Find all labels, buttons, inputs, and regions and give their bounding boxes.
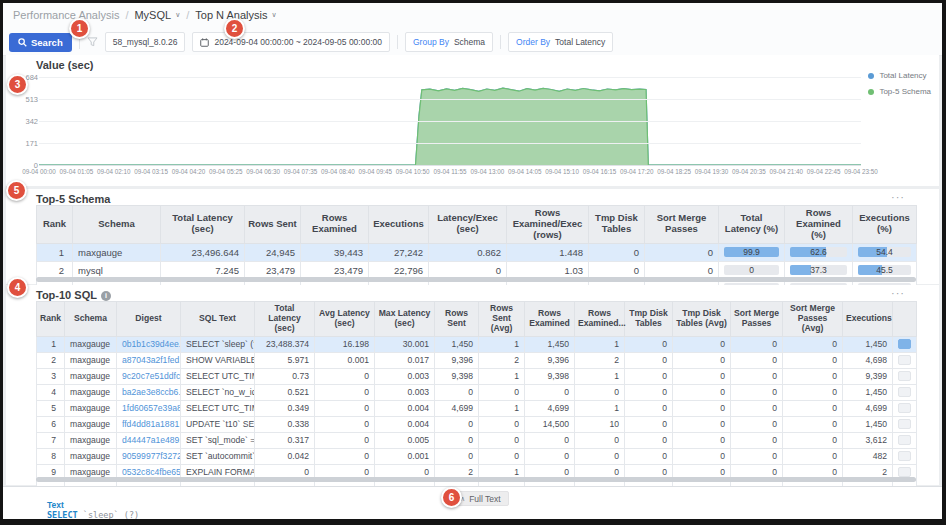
column-header[interactable]: Rows Examined: [301, 206, 369, 244]
percent-bar: 45.5: [858, 265, 911, 275]
legend-item[interactable]: Total Latency: [868, 71, 931, 80]
column-header[interactable]: Schema: [65, 302, 117, 337]
executions-pct-bar: [898, 339, 911, 349]
percent-cell: [893, 448, 917, 464]
column-header[interactable]: Executions (%): [853, 206, 917, 244]
digest-link[interactable]: ba2ae3e8ccb6...: [117, 384, 181, 400]
column-header[interactable]: Rows Sent: [435, 302, 479, 337]
column-header[interactable]: Sort Merge Passes: [645, 206, 719, 244]
cell: 0: [673, 400, 731, 416]
cell: 1.448: [507, 243, 589, 261]
percent-cell: 54.4: [853, 243, 917, 261]
column-header[interactable]: Rows Examined...: [575, 302, 625, 337]
sql-preview-text: SELECT `sleep` (?): [47, 510, 139, 520]
cell: maxgauge: [65, 448, 117, 464]
table-row[interactable]: 5maxgauge1fd60657e39a8...SELECT UTC_TIME…: [37, 400, 917, 416]
order-by-selector[interactable]: Order By Total Latency: [508, 32, 613, 52]
cell: 0.349: [255, 400, 315, 416]
column-header[interactable]: Total Latency (%): [719, 206, 785, 244]
digest-link[interactable]: a87043a2f1fed...: [117, 352, 181, 368]
sql-text-cell: SET `autocommit` = ...: [181, 448, 255, 464]
search-button[interactable]: Search: [9, 33, 72, 52]
column-header[interactable]: Rows Sent (Avg): [479, 302, 525, 337]
breadcrumb-item[interactable]: MySQL: [134, 9, 171, 21]
top5-menu-button[interactable]: ···: [891, 191, 905, 203]
cell: 9,399: [843, 368, 893, 384]
table-row[interactable]: 1maxgauge0b1b1c39d4ee...SELECT `sleep` (…: [37, 336, 917, 352]
digest-link[interactable]: d44447a1e489...: [117, 432, 181, 448]
cell: 0: [731, 400, 783, 416]
horizontal-scrollbar[interactable]: [36, 477, 916, 482]
horizontal-scrollbar[interactable]: [36, 277, 916, 282]
cell: 0: [673, 352, 731, 368]
digest-link[interactable]: 9c20c7e51ddfc...: [117, 368, 181, 384]
column-header[interactable]: Rows Sent: [245, 206, 301, 244]
column-header[interactable]: Sort Merge Passes: [731, 302, 783, 337]
column-header[interactable]: Sort Merge Passes (Avg): [783, 302, 843, 337]
column-header[interactable]: Schema: [73, 206, 161, 244]
column-header[interactable]: Executions: [843, 302, 893, 337]
cell: 0: [731, 384, 783, 400]
breadcrumb-item: Performance Analysis: [13, 9, 119, 21]
table-row[interactable]: 8maxgauge90599977f3272...SET `autocommit…: [37, 448, 917, 464]
annotation-badge-1: 1: [69, 18, 90, 39]
digest-link[interactable]: ffd4dd81a1881...: [117, 416, 181, 432]
group-by-value: Schema: [454, 37, 485, 47]
cell: 0: [525, 384, 575, 400]
digest-link[interactable]: 1fd60657e39a8...: [117, 400, 181, 416]
table-row[interactable]: 6maxgaugeffd4dd81a1881...UPDATE `t10` SE…: [37, 416, 917, 432]
table-row[interactable]: 3maxgauge9c20c7e51ddfc...SELECT UTC_TIME…: [37, 368, 917, 384]
column-header[interactable]: Rows Examined (%): [785, 206, 853, 244]
column-header[interactable]: Executions: [369, 206, 429, 244]
cell: 0: [589, 243, 645, 261]
cell: maxgauge: [65, 400, 117, 416]
column-header[interactable]: Tmp Disk Tables: [589, 206, 645, 244]
percent-cell: [893, 400, 917, 416]
sql-text-cell: SELECT UTC_TIMEST...: [181, 368, 255, 384]
cell: 1: [479, 368, 525, 384]
column-header[interactable]: Rows Examined/Exec (rows): [507, 206, 589, 244]
cell: 0: [315, 416, 375, 432]
cell: 0.042: [255, 448, 315, 464]
breadcrumb-separator: /: [186, 9, 189, 21]
table-row[interactable]: 2maxgaugea87043a2f1fed...SHOW VARIABLES …: [37, 352, 917, 368]
column-header[interactable]: Avg Latency (sec): [315, 302, 375, 337]
cell: 0: [783, 400, 843, 416]
percent-bar-value: 37.3: [790, 265, 847, 275]
table-header-row: RankSchemaDigestSQL TextTotal Latency (s…: [37, 302, 917, 337]
column-header[interactable]: SQL Text: [181, 302, 255, 337]
column-header[interactable]: Max Latency (sec): [375, 302, 435, 337]
cell: 4: [37, 384, 65, 400]
column-header[interactable]: Total Latency (sec): [161, 206, 245, 244]
digest-link[interactable]: 0b1b1c39d4ee...: [117, 336, 181, 352]
date-range-picker[interactable]: 2024-09-04 00:00:00 ~ 2024-09-05 00:00:0…: [192, 32, 390, 52]
column-header[interactable]: Latency/Exec (sec): [429, 206, 507, 244]
legend-item[interactable]: Top-5 Schema: [868, 87, 931, 96]
column-header[interactable]: Rows Examined: [525, 302, 575, 337]
cell: 16.198: [315, 336, 375, 352]
percent-cell: 62.6: [785, 243, 853, 261]
column-header[interactable]: Tmp Disk Tables (Avg): [673, 302, 731, 337]
info-icon[interactable]: i: [101, 291, 111, 301]
table-row[interactable]: 4maxgaugeba2ae3e8ccb6...SELECT `no_w_id`…: [37, 384, 917, 400]
cell: 7: [37, 432, 65, 448]
column-header[interactable]: Tmp Disk Tables: [625, 302, 673, 337]
column-header[interactable]: Digest: [117, 302, 181, 337]
column-header[interactable]: Rank: [37, 206, 73, 244]
cell: 30.001: [375, 336, 435, 352]
table-row[interactable]: 7maxgauged44447a1e489...SET `sql_mode` =…: [37, 432, 917, 448]
percent-cell: [893, 336, 917, 352]
filter-icon[interactable]: [87, 37, 98, 47]
legend-label: Top-5 Schema: [879, 87, 931, 96]
digest-link[interactable]: 90599977f3272...: [117, 448, 181, 464]
cell: 0.521: [255, 384, 315, 400]
column-header[interactable]: Total Latency (sec): [255, 302, 315, 337]
full-text-button-label: Full Text: [469, 494, 501, 504]
top10-menu-button[interactable]: ···: [891, 287, 905, 299]
group-by-selector[interactable]: Group By Schema: [405, 32, 493, 52]
column-header[interactable]: Rank: [37, 302, 65, 337]
table-row[interactable]: 1maxgauge23,496.64424,94539,44327,2420.8…: [37, 243, 917, 261]
instance-selector[interactable]: 58_mysql_8.0.26: [105, 32, 186, 52]
cell: 1,450: [843, 416, 893, 432]
cell: 0: [731, 448, 783, 464]
